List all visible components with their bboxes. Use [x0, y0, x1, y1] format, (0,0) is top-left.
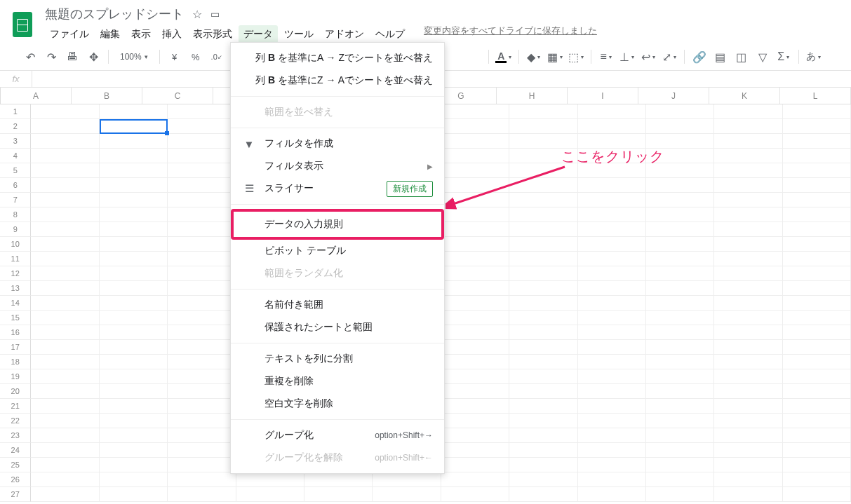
cell-L23[interactable]	[783, 428, 851, 443]
row-header-15[interactable]: 15	[0, 311, 31, 325]
cell-L11[interactable]	[783, 252, 851, 266]
menu-file[interactable]: ファイル	[45, 25, 94, 43]
cell-I14[interactable]	[578, 296, 646, 311]
cell-K24[interactable]	[714, 443, 782, 458]
cell-C14[interactable]	[168, 296, 236, 311]
cell-J14[interactable]	[646, 296, 714, 311]
cell-G11[interactable]	[441, 252, 509, 266]
row-header-4[interactable]: 4	[0, 149, 31, 163]
cell-F26[interactable]	[373, 472, 441, 487]
row-header-8[interactable]: 8	[0, 207, 31, 222]
cell-E26[interactable]	[304, 472, 373, 487]
cell-G3[interactable]	[441, 134, 509, 149]
cell-L19[interactable]	[783, 369, 851, 384]
text-wrap-icon[interactable]: ↩	[641, 49, 656, 64]
cell-A22[interactable]	[31, 414, 99, 428]
cell-C23[interactable]	[168, 428, 236, 443]
cell-B13[interactable]	[100, 281, 168, 296]
cell-I2[interactable]	[578, 119, 646, 134]
menu-data[interactable]: データ	[239, 25, 278, 43]
cell-J20[interactable]	[646, 384, 714, 399]
cell-B10[interactable]	[100, 237, 168, 252]
row-header-20[interactable]: 20	[0, 384, 31, 399]
cell-L9[interactable]	[783, 222, 851, 237]
horizontal-align-icon[interactable]: ≡	[598, 49, 614, 64]
cell-B3[interactable]	[100, 134, 168, 149]
cell-H24[interactable]	[509, 443, 577, 458]
cell-G26[interactable]	[441, 472, 509, 487]
cell-K16[interactable]	[714, 325, 782, 340]
cell-I23[interactable]	[578, 428, 646, 443]
cell-K4[interactable]	[714, 149, 782, 163]
cell-A24[interactable]	[31, 443, 99, 458]
undo-icon[interactable]: ↶	[22, 49, 38, 64]
cell-L8[interactable]	[783, 207, 851, 222]
cell-G24[interactable]	[441, 443, 509, 458]
cell-K6[interactable]	[714, 178, 782, 193]
column-header-L[interactable]: L	[780, 88, 851, 104]
cell-B26[interactable]	[100, 472, 168, 487]
menu-filter-views[interactable]: フィルタ表示 ▶	[231, 155, 444, 177]
cell-L18[interactable]	[783, 355, 851, 369]
row-header-13[interactable]: 13	[0, 281, 31, 296]
cell-L13[interactable]	[783, 281, 851, 296]
menu-help[interactable]: ヘルプ	[370, 25, 410, 43]
cell-A4[interactable]	[31, 149, 99, 163]
cell-B5[interactable]	[100, 163, 168, 178]
cell-J15[interactable]	[646, 311, 714, 325]
cell-C11[interactable]	[168, 252, 236, 266]
cell-B7[interactable]	[100, 193, 168, 207]
cell-B12[interactable]	[100, 266, 168, 281]
cell-H25[interactable]	[509, 458, 577, 472]
cell-B9[interactable]	[100, 222, 168, 237]
cell-H16[interactable]	[509, 325, 577, 340]
cell-I18[interactable]	[578, 355, 646, 369]
cell-C26[interactable]	[168, 472, 236, 487]
cell-B23[interactable]	[100, 428, 168, 443]
menu-named-ranges[interactable]: 名前付き範囲	[231, 294, 444, 316]
cell-B24[interactable]	[100, 443, 168, 458]
cell-G21[interactable]	[441, 399, 509, 414]
cell-A25[interactable]	[31, 458, 99, 472]
cell-H18[interactable]	[509, 355, 577, 369]
cell-H22[interactable]	[509, 414, 577, 428]
cell-H10[interactable]	[509, 237, 577, 252]
cell-G20[interactable]	[441, 384, 509, 399]
cell-I13[interactable]	[578, 281, 646, 296]
cell-C15[interactable]	[168, 311, 236, 325]
cell-K3[interactable]	[714, 134, 782, 149]
star-icon[interactable]: ☆	[192, 8, 202, 21]
column-header-K[interactable]: K	[709, 88, 780, 104]
cell-I8[interactable]	[578, 207, 646, 222]
cell-I10[interactable]	[578, 237, 646, 252]
cell-C8[interactable]	[168, 207, 236, 222]
input-language-button[interactable]: あ	[806, 49, 822, 64]
cell-A18[interactable]	[31, 355, 99, 369]
cell-K22[interactable]	[714, 414, 782, 428]
format-currency[interactable]: ¥	[167, 49, 182, 64]
menu-split-text[interactable]: テキストを列に分割	[231, 348, 444, 370]
cell-E27[interactable]	[304, 487, 373, 502]
cell-B4[interactable]	[100, 149, 168, 163]
cell-C1[interactable]	[168, 104, 236, 119]
row-header-16[interactable]: 16	[0, 325, 31, 340]
cell-H20[interactable]	[509, 384, 577, 399]
cell-K13[interactable]	[714, 281, 782, 296]
cell-K23[interactable]	[714, 428, 782, 443]
cell-C24[interactable]	[168, 443, 236, 458]
cell-G9[interactable]	[441, 222, 509, 237]
cell-I1[interactable]	[578, 104, 646, 119]
cell-A12[interactable]	[31, 266, 99, 281]
cell-L12[interactable]	[783, 266, 851, 281]
cell-C2[interactable]	[168, 119, 236, 134]
move-to-folder-icon[interactable]: ▭	[210, 8, 220, 20]
menu-tools[interactable]: ツール	[279, 25, 319, 43]
cell-L17[interactable]	[783, 340, 851, 355]
cell-K8[interactable]	[714, 207, 782, 222]
cell-B2[interactable]	[100, 119, 168, 134]
cell-A20[interactable]	[31, 384, 99, 399]
cell-J26[interactable]	[646, 472, 714, 487]
cell-J1[interactable]	[646, 104, 714, 119]
cell-I9[interactable]	[578, 222, 646, 237]
cell-J7[interactable]	[646, 193, 714, 207]
